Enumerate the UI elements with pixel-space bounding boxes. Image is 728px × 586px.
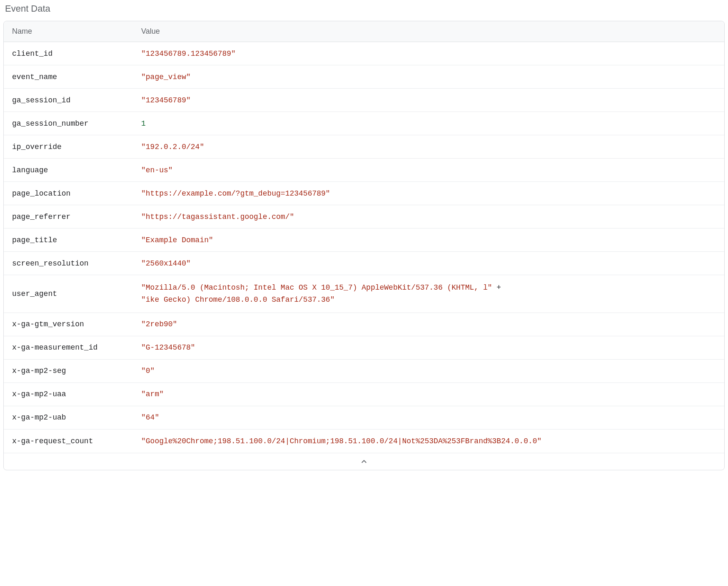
column-header-name: Name — [12, 27, 141, 36]
table-row[interactable]: user_agent"Mozilla/5.0 (Macintosh; Intel… — [4, 275, 724, 313]
row-value: "0" — [141, 367, 716, 375]
row-name: language — [12, 166, 141, 174]
table-row[interactable]: screen_resolution"2560x1440" — [4, 252, 724, 275]
row-name: page_title — [12, 236, 141, 244]
row-name: page_referrer — [12, 213, 141, 221]
row-value: "192.0.2.0/24" — [141, 143, 716, 151]
table-row[interactable]: x-ga-request_count"Google%20Chrome;198.5… — [4, 430, 724, 453]
table-row[interactable]: ip_override"192.0.2.0/24" — [4, 135, 724, 159]
table-body: client_id"123456789.123456789"event_name… — [4, 42, 724, 453]
table-row[interactable]: x-ga-mp2-uaa"arm" — [4, 383, 724, 406]
table-row[interactable]: page_location"https://example.com/?gtm_d… — [4, 182, 724, 205]
table-row[interactable]: x-ga-gtm_version"2reb90" — [4, 313, 724, 336]
row-name: user_agent — [12, 290, 141, 298]
row-value: "https://example.com/?gtm_debug=12345678… — [141, 189, 716, 198]
row-name: ip_override — [12, 143, 141, 151]
collapse-button[interactable] — [4, 453, 724, 470]
row-name: client_id — [12, 50, 141, 58]
row-value: "2reb90" — [141, 320, 716, 328]
row-name: x-ga-measurement_id — [12, 343, 141, 352]
row-value: "123456789" — [141, 96, 716, 104]
table-row[interactable]: ga_session_id"123456789" — [4, 89, 724, 112]
row-value: "Example Domain" — [141, 236, 716, 244]
row-value: "2560x1440" — [141, 259, 716, 268]
column-header-value: Value — [141, 27, 716, 36]
row-value: "64" — [141, 413, 716, 422]
row-name: event_name — [12, 73, 141, 81]
table-row[interactable]: client_id"123456789.123456789" — [4, 42, 724, 65]
table-row[interactable]: language"en-us" — [4, 159, 724, 182]
row-value: 1 — [141, 119, 716, 128]
table-row[interactable]: x-ga-mp2-seg"0" — [4, 360, 724, 383]
row-name: screen_resolution — [12, 259, 141, 268]
row-name: x-ga-mp2-seg — [12, 367, 141, 375]
table-row[interactable]: page_title"Example Domain" — [4, 228, 724, 252]
chevron-up-icon — [359, 457, 369, 467]
row-value: "123456789.123456789" — [141, 50, 716, 58]
row-value: "en-us" — [141, 166, 716, 174]
row-name: ga_session_id — [12, 96, 141, 104]
table-header: Name Value — [4, 21, 724, 42]
row-name: x-ga-request_count — [12, 437, 141, 445]
row-value: "Google%20Chrome;198.51.100.0/24|Chromiu… — [141, 437, 716, 445]
table-row[interactable]: ga_session_number1 — [4, 112, 724, 135]
row-value: "G-12345678" — [141, 343, 716, 352]
row-value: "https://tagassistant.google.com/" — [141, 213, 716, 221]
table-row[interactable]: event_name"page_view" — [4, 65, 724, 89]
table-row[interactable]: page_referrer"https://tagassistant.googl… — [4, 205, 724, 228]
event-data-table: Name Value client_id"123456789.123456789… — [3, 21, 725, 470]
row-name: x-ga-gtm_version — [12, 320, 141, 328]
table-row[interactable]: x-ga-mp2-uab"64" — [4, 406, 724, 430]
row-name: x-ga-mp2-uab — [12, 413, 141, 422]
row-value: "page_view" — [141, 73, 716, 81]
row-value: "arm" — [141, 390, 716, 398]
table-row[interactable]: x-ga-measurement_id"G-12345678" — [4, 336, 724, 360]
row-name: x-ga-mp2-uaa — [12, 390, 141, 398]
row-name: ga_session_number — [12, 119, 141, 128]
row-name: page_location — [12, 189, 141, 198]
row-value: "Mozilla/5.0 (Macintosh; Intel Mac OS X … — [141, 282, 716, 306]
section-title: Event Data — [3, 3, 725, 14]
